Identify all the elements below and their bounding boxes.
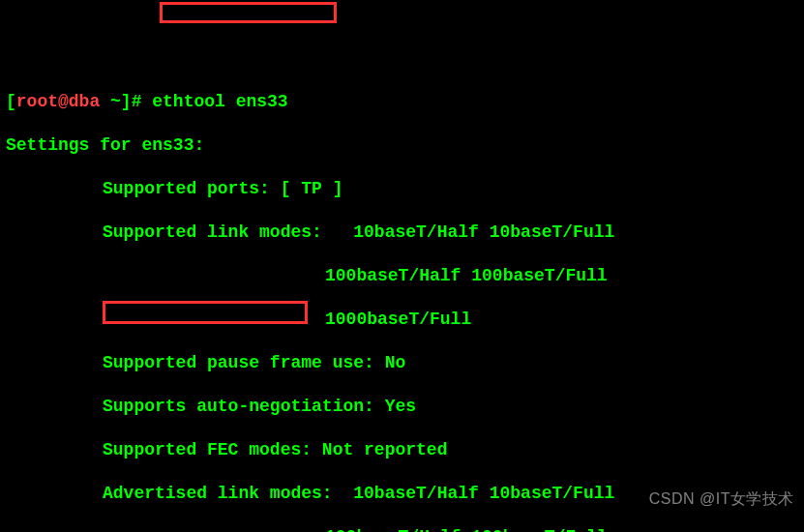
supported-link-label: Supported link modes: xyxy=(103,222,353,242)
supported-link-modes-line: Supported link modes: 10baseT/Half 10bas… xyxy=(6,222,798,244)
mode-2: 100baseT/Half 100baseT/Full xyxy=(6,265,798,287)
supports-autoneg: Supports auto-negotiation: Yes xyxy=(6,396,798,418)
supported-fec: Supported FEC modes: Not reported xyxy=(6,439,798,461)
bracket: [ xyxy=(6,92,16,111)
command-text[interactable]: ethtool ens33 xyxy=(152,92,287,111)
highlight-command xyxy=(160,2,337,23)
bracket-close: ]# xyxy=(121,92,152,111)
path: ~ xyxy=(100,92,121,111)
mode-3: 1000baseT/Full xyxy=(6,309,798,331)
adv-mode-1: 10baseT/Half 10baseT/Full xyxy=(353,484,614,503)
mode-1: 10baseT/Half 10baseT/Full xyxy=(353,222,614,242)
settings-header: Settings for ens33: xyxy=(6,134,798,157)
watermark: CSDN @IT女学技术 xyxy=(649,489,794,509)
prompt-line: [root@dba ~]# ethtool ens33 xyxy=(6,91,798,113)
advertised-link-label: Advertised link modes: xyxy=(103,484,353,503)
supported-ports: Supported ports: [ TP ] xyxy=(6,178,798,200)
supported-pause: Supported pause frame use: No xyxy=(6,352,798,374)
user-host: root@dba xyxy=(16,92,100,111)
adv-mode-2: 100baseT/Half 100baseT/Full xyxy=(6,526,798,532)
